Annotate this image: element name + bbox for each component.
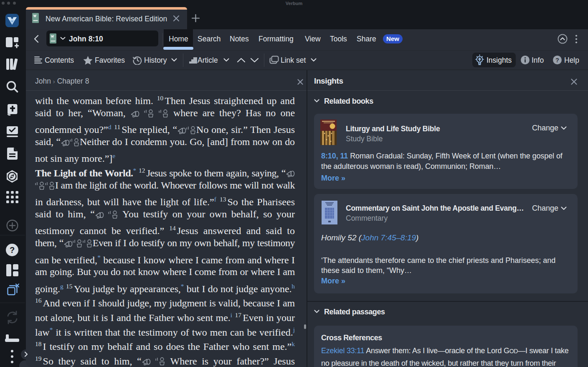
svg-text:?: ? — [10, 245, 15, 255]
svg-text:?: ? — [555, 57, 559, 64]
